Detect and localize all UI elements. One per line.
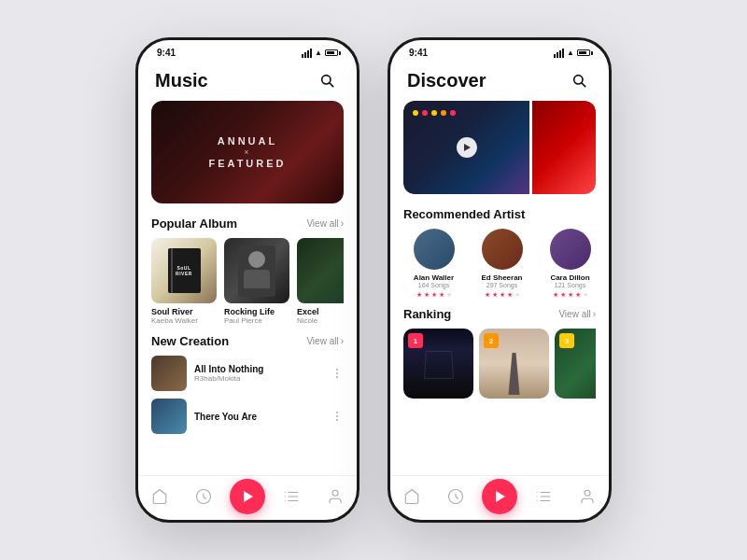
artist-avatar-2 — [550, 229, 591, 270]
album-rocking-life[interactable]: Rocking Life Paul Pierce — [224, 238, 289, 325]
artist-stars-1: ★ ★ ★ ★ ★ — [472, 291, 532, 298]
nav-list[interactable] — [275, 480, 308, 513]
track-more-0[interactable] — [331, 367, 344, 380]
discover-search-button[interactable] — [566, 67, 592, 93]
album-soul-river[interactable]: SoULRIVER Soul River Kaeba Walker — [151, 238, 217, 325]
track-artist-0: R3hab/Mokita — [194, 374, 323, 383]
album-art-soul-river: SoULRIVER — [151, 238, 217, 303]
nav-discover-2[interactable] — [439, 480, 472, 513]
nav-home-2[interactable] — [395, 480, 429, 513]
track-info-0: All Into Nothing R3hab/Mokita — [194, 364, 323, 383]
album-name-1: Rocking Life — [224, 307, 289, 316]
rank-card-2[interactable]: 3 — [555, 329, 596, 399]
discover-hero[interactable] — [403, 101, 596, 194]
hero-cross: × — [208, 147, 286, 157]
artist-card-2[interactable]: Cara Dillon 121 Songs ★ ★ ★ ★ ★ — [540, 229, 596, 298]
signal-icon-2 — [554, 49, 564, 58]
track-more-1[interactable] — [331, 410, 344, 423]
new-creation-title: New Creation — [151, 334, 229, 348]
hero-play-icon — [464, 144, 471, 151]
new-creation-list: All Into Nothing R3hab/Mokita There You … — [151, 356, 344, 434]
svg-point-7 — [585, 490, 590, 496]
artist-stars-0: ★ ★ ★ ★ ★ — [403, 291, 464, 298]
svg-line-5 — [582, 83, 585, 87]
bottom-nav-2 — [390, 475, 609, 520]
artist-name-0: Alan Waller — [403, 273, 464, 282]
discover-content: Recommended Artist Alan Waller 164 Songs… — [390, 101, 609, 475]
new-creation-header: New Creation View all › — [151, 334, 344, 348]
track-item-0[interactable]: All Into Nothing R3hab/Mokita — [151, 356, 344, 391]
nav-play-button-2[interactable] — [482, 479, 517, 514]
album-name-0: Soul River — [151, 307, 217, 316]
nav-list-2[interactable] — [527, 480, 560, 513]
battery-icon-2 — [577, 49, 590, 56]
album-artist-0: Kaeba Walker — [151, 316, 217, 325]
album-name-2: Excel — [297, 307, 344, 316]
status-bar-1: 9:41 ▲ — [138, 40, 357, 62]
album-art-rocking — [224, 238, 289, 303]
discover-hero-main — [403, 101, 529, 194]
recommended-artist-header: Recommended Artist — [403, 207, 596, 221]
rank-badge-1: 2 — [484, 333, 499, 348]
hero-play-overlay[interactable] — [457, 137, 477, 158]
music-content: ANNUAL × FEATURED Popular Album View all… — [138, 101, 357, 475]
hero-line1: ANNUAL — [208, 135, 286, 147]
artist-songs-0: 164 Songs — [403, 282, 464, 288]
track-thumb-0 — [151, 356, 187, 391]
popular-album-title: Popular Album — [151, 217, 237, 231]
nav-home[interactable] — [143, 480, 176, 513]
album-artist-1: Paul Pierce — [224, 316, 289, 325]
artist-stars-2: ★ ★ ★ ★ ★ — [540, 291, 596, 298]
hero-text: ANNUAL × FEATURED — [208, 135, 286, 169]
ranking-title: Ranking — [403, 307, 451, 321]
status-icons-2: ▲ — [554, 49, 590, 58]
nav-play-button[interactable] — [230, 479, 265, 514]
hero-banner[interactable]: ANNUAL × FEATURED — [151, 101, 344, 203]
music-header: Music — [138, 62, 357, 101]
hero-line2: FEATURED — [208, 158, 286, 169]
popular-album-section: Popular Album View all › SoULRIVER — [138, 217, 357, 334]
nav-discover[interactable] — [187, 480, 220, 513]
new-creation-section: New Creation View all › All Into Nothing… — [138, 334, 357, 443]
eiffel-tower — [505, 353, 524, 395]
rank-badge-0: 1 — [408, 333, 423, 348]
track-info-1: There You Are — [194, 412, 323, 422]
artists-row: Alan Waller 164 Songs ★ ★ ★ ★ ★ Ed Sheer… — [403, 229, 596, 298]
rank-card-1[interactable]: 2 — [479, 329, 549, 399]
discover-phone: 9:41 ▲ Discover — [388, 37, 612, 523]
discover-title: Discover — [407, 70, 486, 91]
bottom-nav-1 — [138, 475, 357, 520]
recommended-artist-title: Recommended Artist — [403, 207, 525, 221]
popular-album-view-all[interactable]: View all › — [306, 218, 344, 229]
artist-avatar-1 — [482, 229, 523, 270]
popular-album-header: Popular Album View all › — [151, 217, 344, 231]
ranking-view-all[interactable]: View all › — [558, 309, 596, 319]
time-1: 9:41 — [157, 48, 176, 58]
nav-profile-2[interactable] — [571, 480, 604, 513]
recommended-artist-section: Recommended Artist Alan Waller 164 Songs… — [390, 207, 609, 307]
track-thumb-1 — [151, 399, 187, 434]
battery-icon — [325, 49, 338, 56]
play-icon — [244, 491, 253, 502]
new-creation-view-all[interactable]: View all › — [306, 336, 344, 346]
search-button[interactable] — [314, 67, 340, 93]
discover-hero-side — [532, 101, 596, 194]
artist-avatar-0 — [414, 229, 455, 270]
track-name-0: All Into Nothing — [194, 364, 323, 374]
artist-name-2: Cara Dillon — [540, 273, 596, 282]
rank-badge-2: 3 — [559, 333, 574, 348]
nav-profile[interactable] — [318, 480, 352, 513]
artist-songs-1: 297 Songs — [472, 282, 532, 288]
discover-header: Discover — [390, 62, 609, 101]
status-icons-1: ▲ — [302, 49, 338, 58]
track-name-1: There You Are — [194, 412, 323, 422]
album-excel[interactable]: Excel Nicole — [297, 238, 344, 325]
rank-card-0[interactable]: 1 — [403, 329, 473, 399]
artist-songs-2: 121 Songs — [540, 282, 596, 288]
track-item-1[interactable]: There You Are — [151, 399, 344, 434]
artist-card-1[interactable]: Ed Sheeran 297 Songs ★ ★ ★ ★ ★ — [472, 229, 532, 298]
signal-icon — [302, 49, 312, 58]
ranking-header: Ranking View all › — [403, 307, 596, 321]
status-bar-2: 9:41 ▲ — [390, 40, 609, 62]
artist-card-0[interactable]: Alan Waller 164 Songs ★ ★ ★ ★ ★ — [403, 229, 464, 298]
